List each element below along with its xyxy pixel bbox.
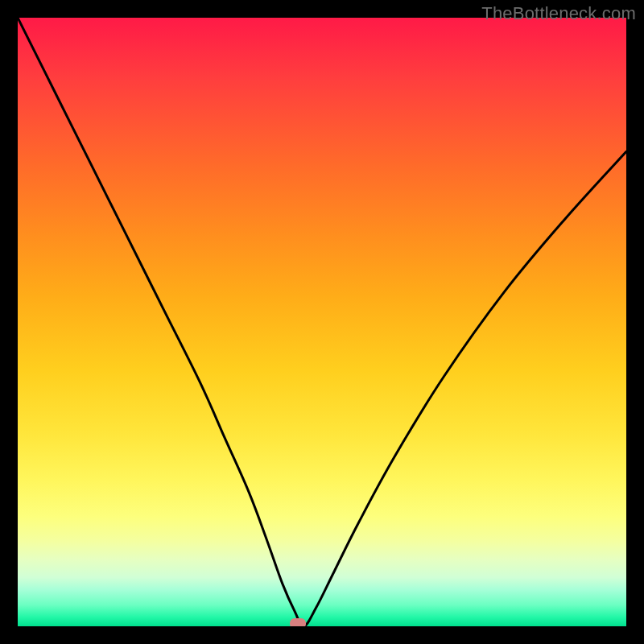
curve-svg [18,18,626,626]
plot-area [18,18,626,626]
bottleneck-curve-path [18,18,626,626]
chart-frame: TheBottleneck.com [0,0,644,644]
minimum-marker [290,618,306,626]
watermark-text: TheBottleneck.com [481,3,636,24]
